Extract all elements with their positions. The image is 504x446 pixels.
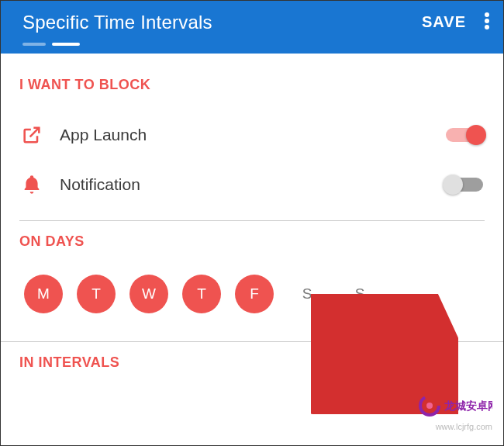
block-label-notification: Notification [60, 175, 446, 194]
day-sun[interactable]: S [340, 275, 379, 313]
block-row-notification: Notification [19, 160, 485, 209]
divider [19, 220, 485, 221]
toggle-app-launch[interactable] [446, 128, 483, 142]
app-bar: Specific Time Intervals SAVE [1, 1, 503, 54]
bell-icon [21, 174, 43, 195]
block-row-app-launch: App Launch [19, 110, 485, 160]
tab-indicator[interactable] [22, 43, 80, 46]
day-fri[interactable]: F [235, 275, 274, 313]
divider [1, 341, 503, 342]
save-button[interactable]: SAVE [422, 13, 466, 31]
day-wed[interactable]: W [129, 275, 168, 313]
day-tue[interactable]: T [77, 275, 116, 313]
section-label-days: ON DAYS [19, 233, 485, 250]
day-thu[interactable]: T [182, 275, 221, 313]
section-label-intervals: IN INTERVALS [19, 354, 485, 371]
toggle-notification[interactable] [446, 178, 483, 192]
day-picker: M T W T F S S [19, 267, 485, 330]
block-label-app-launch: App Launch [60, 126, 446, 144]
overflow-menu-icon[interactable] [485, 12, 489, 29]
day-sat[interactable]: S [288, 275, 326, 313]
section-label-block: I WANT TO BLOCK [19, 77, 485, 93]
page-title: Specific Time Intervals [22, 12, 422, 33]
open-in-new-icon [21, 124, 43, 146]
day-mon[interactable]: M [24, 275, 63, 313]
